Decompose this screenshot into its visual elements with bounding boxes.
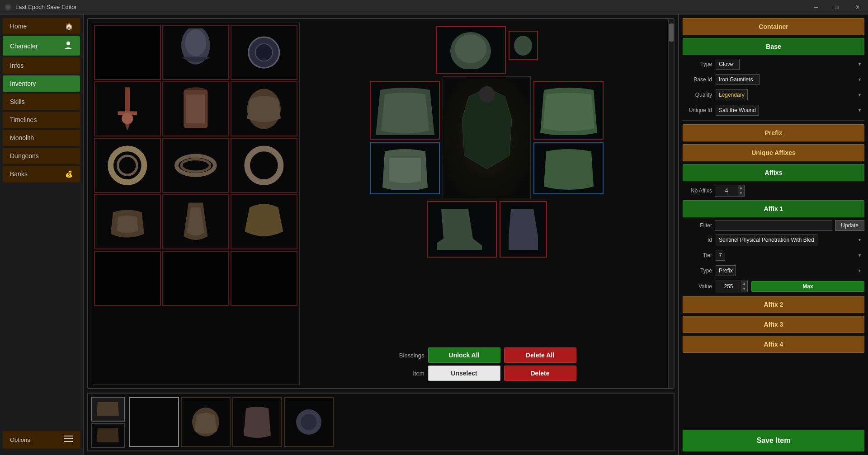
id-select[interactable]: Sentinel Physical Penetration With Bled bbox=[716, 235, 817, 245]
eq-slot-2-1[interactable] bbox=[162, 138, 229, 193]
eq-slot-3-0[interactable] bbox=[94, 194, 161, 249]
svg-point-20 bbox=[455, 34, 486, 63]
base-button[interactable]: Base bbox=[683, 38, 864, 55]
stash-slot-1[interactable] bbox=[181, 397, 231, 447]
nb-arrow-up[interactable]: ▲ bbox=[738, 185, 744, 191]
pd-slot-glove-left[interactable] bbox=[370, 142, 440, 194]
svg-point-10 bbox=[122, 113, 133, 124]
sidebar-item-home[interactable]: Home 🏠 bbox=[3, 18, 80, 34]
tier-select[interactable]: 7 1 2 3 4 5 6 bbox=[716, 250, 725, 261]
type2-select[interactable]: Prefix Suffix bbox=[716, 265, 736, 276]
eq-slot-0-0[interactable] bbox=[94, 25, 161, 80]
type2-label: Type bbox=[683, 267, 712, 274]
sidebar-item-banks[interactable]: Banks 💰 bbox=[3, 166, 80, 182]
maximize-button[interactable]: □ bbox=[826, 0, 847, 14]
eq-slot-2-2[interactable] bbox=[231, 138, 297, 193]
nb-arrow-down[interactable]: ▼ bbox=[738, 191, 744, 196]
stash-slot-2[interactable] bbox=[232, 397, 282, 447]
max-button[interactable]: Max bbox=[751, 281, 864, 292]
unique-affixes-button[interactable]: Unique Affixes bbox=[683, 144, 864, 161]
svg-point-15 bbox=[118, 156, 137, 175]
eq-slot-0-1[interactable] bbox=[162, 25, 229, 80]
type-select[interactable]: Glove Helmet Chest Boot bbox=[716, 59, 740, 70]
sidebar-item-dungeons[interactable]: Dungeons bbox=[3, 148, 80, 164]
stash-slot-0[interactable] bbox=[129, 397, 179, 447]
stash-items bbox=[129, 397, 334, 447]
eq-slot-4-0[interactable] bbox=[94, 251, 161, 306]
sidebar-item-skills[interactable]: Skills bbox=[3, 94, 80, 110]
svg-point-7 bbox=[255, 44, 273, 61]
pd-slot-chest-left[interactable] bbox=[370, 81, 440, 140]
affix3-button[interactable]: Affix 3 bbox=[683, 316, 864, 333]
id-row: Id Sentinel Physical Penetration With Bl… bbox=[683, 234, 864, 246]
paperdoll-slots bbox=[370, 26, 604, 345]
filter-input[interactable] bbox=[715, 220, 832, 231]
stash-mini-tab-2[interactable] bbox=[91, 423, 125, 448]
value-arrow-up[interactable]: ▲ bbox=[741, 281, 747, 286]
sidebar-item-infos[interactable]: Infos bbox=[3, 57, 80, 74]
affix2-button[interactable]: Affix 2 bbox=[683, 296, 864, 313]
eq-slot-3-2[interactable] bbox=[231, 194, 297, 249]
pd-slot-neck[interactable] bbox=[509, 31, 538, 60]
stash-mini-tab-1[interactable] bbox=[91, 397, 125, 422]
value-arrow-down[interactable]: ▼ bbox=[741, 286, 747, 292]
prefix-button[interactable]: Prefix bbox=[683, 124, 864, 141]
eq-slot-0-2[interactable] bbox=[231, 25, 297, 80]
blessings-label: Blessings bbox=[397, 352, 425, 359]
delete-button[interactable]: Delete bbox=[504, 366, 576, 381]
pd-slot-head[interactable] bbox=[436, 26, 506, 74]
affix4-button[interactable]: Affix 4 bbox=[683, 336, 864, 353]
eq-slot-4-1[interactable] bbox=[162, 251, 229, 306]
value-input[interactable] bbox=[716, 282, 741, 291]
inventory-area: Blessings Unlock All Delete All Item Uns… bbox=[87, 18, 675, 389]
svg-point-22 bbox=[479, 86, 495, 103]
sidebar-item-inventory[interactable]: Inventory bbox=[3, 75, 80, 92]
nb-affixes-input[interactable] bbox=[715, 186, 738, 195]
eq-slot-2-0[interactable] bbox=[94, 138, 161, 193]
minimize-button[interactable]: ─ bbox=[806, 0, 826, 14]
sidebar-item-character[interactable]: Character bbox=[3, 36, 80, 56]
unselect-button[interactable]: Unselect bbox=[428, 366, 500, 381]
stash-slot-3[interactable] bbox=[284, 397, 334, 447]
eq-slot-3-1[interactable] bbox=[162, 194, 229, 249]
app-icon bbox=[5, 4, 12, 11]
options-label: Options bbox=[10, 436, 30, 443]
quality-select-wrap: Legendary Common Rare bbox=[716, 89, 864, 100]
base-id-select[interactable]: Iron Gauntlets Steel Gauntlets bbox=[716, 74, 760, 85]
type-select-wrap: Glove Helmet Chest Boot bbox=[716, 59, 864, 70]
eq-slot-1-0[interactable] bbox=[94, 81, 161, 136]
pd-slot-chest-right[interactable] bbox=[533, 81, 604, 140]
quality-select[interactable]: Legendary Common Rare bbox=[716, 89, 748, 100]
unique-id-label: Unique Id bbox=[683, 107, 712, 113]
pd-slot-glove-right[interactable] bbox=[533, 142, 604, 194]
svg-point-0 bbox=[66, 42, 70, 45]
type2-row: Type Prefix Suffix bbox=[683, 264, 864, 277]
close-button[interactable]: ✕ bbox=[847, 0, 868, 14]
options-row[interactable]: Options bbox=[3, 431, 80, 449]
eq-slot-1-2[interactable] bbox=[231, 81, 297, 136]
sidebar-label-infos: Infos bbox=[10, 62, 24, 69]
eq-slot-4-2[interactable] bbox=[231, 251, 297, 306]
separator-1 bbox=[683, 120, 864, 121]
scroll-track[interactable] bbox=[668, 19, 674, 388]
unique-id-select[interactable]: Salt the Wound None bbox=[716, 105, 759, 116]
type-label: Type bbox=[683, 61, 712, 67]
affixs-button[interactable]: Affixs bbox=[683, 164, 864, 181]
unlock-all-button[interactable]: Unlock All bbox=[428, 347, 500, 363]
eq-slot-1-1[interactable] bbox=[162, 81, 229, 136]
pd-col-left bbox=[370, 81, 440, 194]
sidebar-label-dungeons: Dungeons bbox=[10, 152, 39, 159]
save-item-button[interactable]: Save Item bbox=[683, 430, 864, 451]
affix1-button[interactable]: Affix 1 bbox=[683, 200, 864, 217]
update-button[interactable]: Update bbox=[835, 220, 864, 231]
filter-row: Filter Update bbox=[683, 220, 864, 231]
item-row: Item Unselect Delete bbox=[397, 366, 576, 381]
sidebar-item-monolith[interactable]: Monolith bbox=[3, 130, 80, 146]
pd-slot-extra[interactable] bbox=[500, 201, 547, 258]
type2-select-wrap: Prefix Suffix bbox=[716, 265, 864, 276]
delete-all-button[interactable]: Delete All bbox=[504, 347, 576, 363]
container-button[interactable]: Container bbox=[683, 18, 864, 35]
svg-point-18 bbox=[247, 149, 281, 182]
sidebar-item-timelines[interactable]: Timelines bbox=[3, 112, 80, 128]
pd-slot-boots[interactable] bbox=[427, 201, 497, 258]
